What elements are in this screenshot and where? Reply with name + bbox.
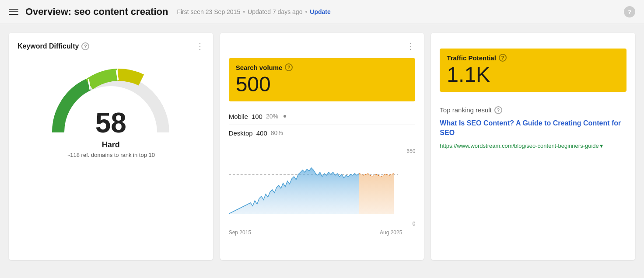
kd-title: Keyword Difficulty <box>18 42 79 50</box>
sv-chart-svg <box>229 148 416 222</box>
sv-dot <box>284 115 286 118</box>
sv-desktop-row: Desktop 400 80% <box>229 125 416 141</box>
hamburger-menu-icon[interactable] <box>9 9 18 15</box>
gauge-svg-wrap: 58 <box>49 67 172 137</box>
chart-x-labels: Sep 2015 Aug 2025 <box>229 229 402 236</box>
search-volume-card: ⋮ Search volume ? 500 Mobile 100 20% Des… <box>220 33 424 260</box>
sv-mobile-row: Mobile 100 20% <box>229 108 416 125</box>
tp-yellow-banner: Traffic Potential ? 1.1K <box>440 49 626 92</box>
sv-stats: Mobile 100 20% Desktop 400 80% <box>229 108 416 141</box>
top-ranking-section: Top ranking result ? What Is SEO Content… <box>440 106 626 150</box>
update-link[interactable]: Update <box>310 8 330 15</box>
tp-banner-label: Traffic Potential <box>447 54 496 62</box>
chart-x-end: Aug 2025 <box>380 229 402 236</box>
top-ranking-title[interactable]: What Is SEO Content? A Guide to Creating… <box>440 118 626 138</box>
sv-desktop-value: 400 <box>256 129 267 137</box>
kd-title-group: Keyword Difficulty ? <box>18 42 89 50</box>
kd-more-icon[interactable]: ⋮ <box>196 42 204 51</box>
kd-sublabel: ~118 ref. domains to rank in top 10 <box>67 151 155 159</box>
card-header-sv: ⋮ <box>229 42 416 51</box>
sv-mobile-value: 100 <box>252 113 262 120</box>
url-arrow-icon[interactable]: ▼ <box>599 143 604 149</box>
card-header-kd: Keyword Difficulty ? ⋮ <box>18 42 204 51</box>
kd-label: Hard <box>102 140 120 149</box>
tp-banner-help-icon[interactable]: ? <box>499 54 507 62</box>
keyword-difficulty-card: Keyword Difficulty ? ⋮ <box>9 33 213 260</box>
chart-x-start: Sep 2015 <box>229 229 251 236</box>
kd-help-icon[interactable]: ? <box>81 42 89 50</box>
sv-banner-value: 500 <box>236 73 409 96</box>
ranking-url-text: https://www.wordstream.com/blog/seo-cont… <box>440 142 598 149</box>
updated-text: Updated 7 days ago <box>248 8 302 15</box>
separator-1: • <box>243 8 245 15</box>
top-ranking-label-text: Top ranking result <box>440 106 491 114</box>
kd-gauge: 58 Hard ~118 ref. domains to rank in top… <box>18 58 204 163</box>
top-ranking-label: Top ranking result ? <box>440 106 626 114</box>
main-content: Keyword Difficulty ? ⋮ <box>0 24 644 269</box>
app-header: Overview: seo content creation First see… <box>0 0 644 24</box>
page-title: Overview: seo content creation <box>25 6 168 17</box>
tp-divider <box>440 99 626 99</box>
chart-bottom-label: 0 <box>413 221 416 227</box>
kd-value: 58 <box>95 109 126 137</box>
sv-banner-title-row: Search volume ? <box>236 63 409 71</box>
sv-desktop-pct: 80% <box>271 129 283 136</box>
sv-more-icon[interactable]: ⋮ <box>407 42 415 51</box>
sv-mobile-pct: 20% <box>266 113 278 120</box>
header-meta: First seen 23 Sep 2015 • Updated 7 days … <box>177 8 330 15</box>
header-help-icon[interactable]: ? <box>624 6 635 17</box>
first-seen-text: First seen 23 Sep 2015 <box>177 8 240 15</box>
tp-ranking-help-icon[interactable]: ? <box>494 106 502 114</box>
traffic-potential-card: Traffic Potential ? 1.1K Top ranking res… <box>431 33 635 260</box>
sv-banner-help-icon[interactable]: ? <box>285 63 293 71</box>
gauge-center: 58 <box>95 109 126 137</box>
sv-chart-area: 650 <box>229 148 416 236</box>
separator-2: • <box>305 8 307 15</box>
tp-banner-value: 1.1K <box>447 63 620 87</box>
tp-banner-title-row: Traffic Potential ? <box>447 54 620 62</box>
sv-desktop-label: Desktop <box>229 129 253 137</box>
sv-mobile-label: Mobile <box>229 113 248 120</box>
chart-top-label: 650 <box>406 148 415 154</box>
sv-banner-label: Search volume <box>236 64 283 71</box>
sv-yellow-banner: Search volume ? 500 <box>229 58 416 101</box>
top-ranking-url[interactable]: https://www.wordstream.com/blog/seo-cont… <box>440 142 626 150</box>
